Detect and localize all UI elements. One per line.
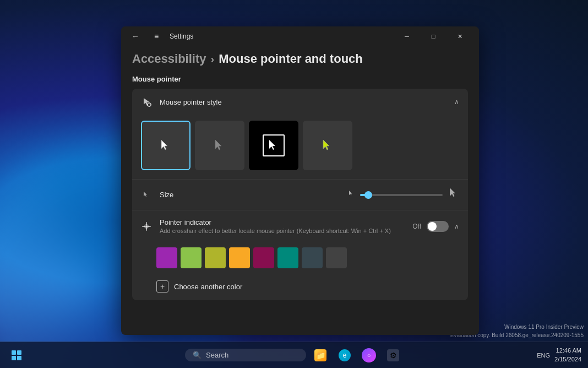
pointer-style-black[interactable] bbox=[195, 121, 244, 170]
section-label: Mouse pointer bbox=[132, 75, 468, 83]
start-button[interactable] bbox=[7, 345, 26, 365]
cursor-small-icon bbox=[348, 190, 355, 199]
taskbar-app-settings[interactable]: ⚙ bbox=[383, 345, 403, 365]
taskbar-left bbox=[7, 345, 26, 365]
search-icon: 🔍 bbox=[193, 351, 202, 359]
pointer-style-inverted[interactable] bbox=[249, 121, 298, 170]
pointer-indicator-controls: Off ∧ bbox=[412, 221, 459, 232]
size-icon bbox=[141, 190, 152, 201]
taskbar-app-cortana[interactable]: ○ bbox=[359, 345, 379, 365]
pointer-indicator-title: Pointer indicator bbox=[160, 218, 405, 226]
language-indicator[interactable]: ENG bbox=[537, 352, 550, 359]
color-swatch-blue-grey[interactable] bbox=[302, 247, 323, 268]
window-controls: ─ □ ✕ bbox=[394, 28, 472, 45]
maximize-button[interactable]: □ bbox=[421, 28, 446, 45]
color-swatch-purple[interactable] bbox=[156, 247, 177, 268]
pointer-indicator-toggle[interactable] bbox=[427, 221, 449, 232]
search-label: Search bbox=[206, 351, 228, 359]
color-swatch-dark-grey[interactable] bbox=[326, 247, 347, 268]
menu-button[interactable]: ≡ bbox=[149, 29, 164, 44]
pointer-indicator-header[interactable]: Pointer indicator Add crosshair effect t… bbox=[132, 210, 468, 242]
svg-point-0 bbox=[148, 103, 151, 106]
minimize-button[interactable]: ─ bbox=[394, 28, 420, 45]
search-box[interactable]: 🔍 Search bbox=[185, 349, 306, 361]
settings-window: ← ≡ Settings ─ □ ✕ Accessibility › Mouse… bbox=[121, 26, 479, 335]
settings-taskbar-icon: ⚙ bbox=[387, 349, 399, 361]
file-explorer-icon: 📁 bbox=[314, 349, 326, 361]
pointer-style-label: Mouse pointer style bbox=[160, 98, 447, 106]
breadcrumb-parent[interactable]: Accessibility bbox=[132, 52, 206, 66]
pointer-indicator-chevron: ∧ bbox=[454, 223, 459, 230]
color-swatch-teal[interactable] bbox=[277, 247, 298, 268]
mouse-pointer-style-header[interactable]: Mouse pointer style ∧ bbox=[132, 89, 468, 115]
start-icon bbox=[12, 350, 21, 360]
cortana-icon: ○ bbox=[362, 348, 376, 362]
time-display: 12:46 AM bbox=[554, 347, 581, 355]
cursor-large-icon bbox=[448, 187, 459, 202]
color-swatch-lime[interactable] bbox=[181, 247, 202, 268]
taskbar-app-edge[interactable]: e bbox=[335, 345, 355, 365]
settings-content: Accessibility › Mouse pointer and touch … bbox=[121, 46, 479, 335]
system-tray-icons: ENG bbox=[537, 352, 550, 359]
taskbar: 🔍 Search 📁 e ○ ⚙ ENG 12:46 AM 2/15/2024 bbox=[0, 342, 588, 368]
size-row: Size bbox=[132, 179, 468, 210]
pointer-style-white[interactable] bbox=[141, 121, 190, 170]
breadcrumb-current: Mouse pointer and touch bbox=[219, 52, 363, 66]
choose-color-label: Choose another color bbox=[174, 283, 242, 291]
size-slider-area bbox=[348, 187, 459, 202]
close-button[interactable]: ✕ bbox=[447, 28, 472, 45]
breadcrumb: Accessibility › Mouse pointer and touch bbox=[132, 52, 468, 66]
pointer-thumbnails bbox=[132, 115, 468, 179]
choose-color-plus-icon: + bbox=[156, 280, 168, 293]
pointer-indicator-icon bbox=[141, 221, 152, 232]
pointer-indicator-text: Pointer indicator Add crosshair effect t… bbox=[160, 218, 405, 234]
pointer-style-chevron: ∧ bbox=[454, 98, 459, 106]
svg-rect-6 bbox=[146, 222, 147, 231]
pointer-style-yellow[interactable] bbox=[303, 121, 352, 170]
taskbar-center: 🔍 Search 📁 e ○ ⚙ bbox=[185, 345, 403, 365]
size-slider[interactable] bbox=[360, 194, 443, 196]
date-display: 2/15/2024 bbox=[554, 355, 581, 364]
color-swatches bbox=[132, 242, 468, 276]
choose-another-color-row[interactable]: + Choose another color bbox=[132, 276, 468, 300]
title-bar: ← ≡ Settings ─ □ ✕ bbox=[121, 26, 479, 46]
taskbar-app-file-explorer[interactable]: 📁 bbox=[311, 345, 330, 365]
back-button[interactable]: ← bbox=[128, 29, 143, 44]
toggle-thumb bbox=[428, 222, 437, 231]
breadcrumb-separator: › bbox=[211, 53, 215, 66]
color-swatch-amber[interactable] bbox=[229, 247, 250, 268]
color-swatch-olive[interactable] bbox=[205, 247, 226, 268]
pointer-style-icon bbox=[141, 96, 152, 107]
pointer-indicator-desc: Add crosshair effect to better locate mo… bbox=[160, 228, 405, 234]
taskbar-right: ENG 12:46 AM 2/15/2024 bbox=[537, 347, 581, 364]
toggle-status: Off bbox=[412, 223, 421, 230]
mouse-pointer-style-card: Mouse pointer style ∧ bbox=[132, 89, 468, 300]
edge-icon: e bbox=[339, 349, 351, 361]
page-header: Accessibility › Mouse pointer and touch bbox=[132, 46, 468, 75]
window-title: Settings bbox=[170, 33, 389, 40]
color-swatch-dark-pink[interactable] bbox=[253, 247, 274, 268]
clock[interactable]: 12:46 AM 2/15/2024 bbox=[554, 347, 581, 364]
size-label: Size bbox=[160, 191, 173, 199]
